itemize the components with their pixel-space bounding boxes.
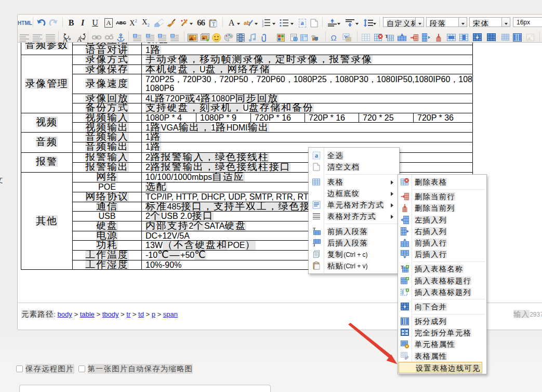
svg-text:a: a <box>315 152 318 159</box>
svg-text:a: a <box>83 36 85 41</box>
svg-text:a: a <box>69 36 71 41</box>
svg-text:3: 3 <box>262 24 263 27</box>
svg-text:A: A <box>63 35 68 42</box>
svg-text:T: T <box>212 21 215 27</box>
svg-text:A: A <box>77 35 82 42</box>
